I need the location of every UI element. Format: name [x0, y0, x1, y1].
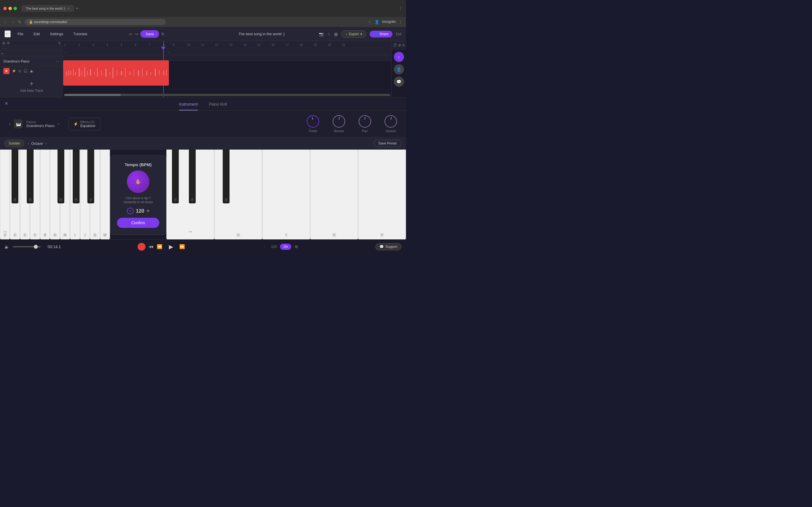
tempo-knob[interactable]: ✋ — [127, 170, 149, 193]
volume-knob-icon[interactable]: ◎ — [18, 69, 21, 73]
rewind-btn[interactable]: ⏪ — [157, 244, 162, 249]
tutorials-menu[interactable]: Tutorials — [71, 31, 89, 37]
record-arm-btn[interactable]: R — [3, 68, 10, 74]
black-key-fs3[interactable]: G — [57, 150, 64, 203]
loop2-icon[interactable]: ↻ — [402, 43, 405, 47]
skip-back-btn[interactable]: ⏮ — [149, 244, 153, 249]
reverb-knob[interactable] — [333, 115, 345, 128]
black-key-cs3[interactable]: S — [11, 150, 18, 203]
redo-btn[interactable]: ↪ — [135, 32, 138, 36]
key-g4[interactable]: P — [358, 150, 406, 239]
headphone2-icon[interactable]: 🎵 — [393, 43, 397, 47]
music-note-icon[interactable]: ♪ — [394, 52, 404, 62]
fullscreen-window-btn[interactable] — [13, 7, 17, 10]
bookmark-icon[interactable]: ☆ — [368, 20, 371, 24]
volume-slider[interactable] — [13, 246, 41, 247]
key-f4-low[interactable]: W — [100, 150, 110, 239]
grid-view-icon[interactable]: ⊞ — [2, 41, 5, 45]
black-key-as4[interactable]: 0 — [223, 150, 230, 203]
black-key-gs3[interactable]: H — [73, 150, 80, 203]
profile-icon[interactable]: 👤 — [374, 20, 379, 24]
bk-shortcut-s: S — [13, 198, 16, 202]
settings-menu[interactable]: Settings — [48, 31, 65, 37]
tempo-decrease-btn[interactable]: − — [127, 208, 134, 214]
key-e4[interactable]: I — [262, 150, 310, 239]
settings2-icon[interactable]: ⚙ — [398, 43, 401, 47]
collaborator-icon[interactable]: 👤 — [394, 64, 404, 74]
key-c3[interactable]: C3 Z — [0, 150, 10, 239]
exit-btn[interactable]: Exit — [396, 32, 402, 36]
ruler-mark-1: 1 — [64, 43, 66, 47]
share-btn[interactable]: 👤 Share — [370, 31, 393, 38]
more-options-icon[interactable]: ⋮ — [399, 20, 403, 24]
chat-icon[interactable]: 💬 — [394, 76, 404, 87]
fast-forward-btn[interactable]: ⏩ — [179, 244, 185, 249]
timeline-scrollbar[interactable] — [63, 94, 391, 96]
back-btn[interactable]: ← — [3, 20, 7, 24]
scrollbar-thumb[interactable] — [64, 94, 121, 96]
key-g3[interactable]: B — [40, 150, 50, 239]
settings-icon[interactable]: ⚙ — [7, 41, 10, 45]
black-key-ds3[interactable]: D — [27, 150, 34, 203]
tempo-increase-btn[interactable]: + — [147, 208, 150, 214]
close-panel-btn[interactable]: ✕ — [4, 101, 8, 106]
add-track-btn[interactable]: + Add New Track — [0, 75, 63, 97]
transport-settings-btn[interactable]: ⚙ — [295, 244, 298, 249]
prev-instrument-btn[interactable]: ‹ — [9, 121, 10, 126]
octave-prev-btn[interactable]: ‹ — [28, 141, 29, 146]
volume-knob[interactable] — [385, 115, 397, 128]
save-preset-btn[interactable]: Save Preset — [373, 140, 402, 147]
save-btn[interactable]: Save — [140, 30, 159, 38]
support-btn[interactable]: 💬 Support — [375, 243, 402, 250]
svg-rect-11 — [97, 68, 98, 76]
pan-knob[interactable] — [359, 115, 371, 128]
treble-knob[interactable] — [307, 115, 319, 128]
new-tab-btn[interactable]: + — [76, 6, 79, 11]
refresh-icon[interactable]: ↻ — [58, 41, 61, 45]
octave-next-btn[interactable]: › — [45, 141, 47, 146]
track-options-btn[interactable]: ··· — [56, 59, 60, 64]
close-window-btn[interactable] — [3, 7, 7, 10]
track-clip[interactable] — [63, 60, 169, 86]
edit-menu[interactable]: Edit — [31, 31, 42, 37]
confirm-btn[interactable]: Confirm — [117, 218, 159, 228]
headphone-icon[interactable]: 🎧 — [23, 69, 28, 73]
sync-btn[interactable]: ↻ — [161, 32, 165, 36]
shortcut-o: O — [332, 233, 336, 237]
play-btn[interactable]: ▶ — [166, 242, 176, 252]
forward-btn[interactable]: → — [11, 20, 15, 24]
export-btn[interactable]: ↓ Export ▾ — [341, 31, 366, 38]
active-tab[interactable]: The best song in the world :) ✕ — [21, 5, 74, 12]
tab-piano-roll[interactable]: Piano Roll — [209, 102, 227, 110]
transport-bar: 🔈 00:14.1 ⏮ ⏪ ▶ ⏩ - 120 On ⚙ 💬 Support — [0, 239, 406, 253]
black-key-cs4[interactable]: 7 — [172, 150, 179, 203]
file-menu[interactable]: File — [15, 31, 26, 37]
effects-info: Effects (1) Equalizer — [80, 120, 96, 128]
sustain-btn[interactable]: Sustain — [4, 140, 24, 147]
note-c4: C4 — [189, 230, 192, 233]
back-to-projects-btn[interactable]: ← — [4, 31, 11, 38]
volume-thumb[interactable] — [34, 245, 38, 249]
mute-icon[interactable]: 🔈 — [30, 69, 34, 73]
undo-btn[interactable]: ↩ — [129, 32, 133, 36]
record-btn[interactable] — [138, 243, 146, 251]
tab-close-btn[interactable]: ✕ — [67, 7, 70, 10]
key-d4[interactable]: U — [214, 150, 262, 239]
browser-expand-icon[interactable]: ⋮ — [399, 6, 403, 11]
black-key-as3[interactable]: J — [87, 150, 94, 203]
metronome-on-btn[interactable]: On — [280, 244, 291, 250]
side-top-icons: 🎵 ⚙ ↻ — [392, 41, 406, 50]
loop-indicator: ↻ — [0, 51, 63, 56]
key-f4[interactable]: O — [310, 150, 358, 239]
chat-support-icon: 💬 — [379, 245, 384, 249]
shortcut-dot2: . — [84, 233, 86, 237]
midi-icon[interactable]: ⚡ — [12, 69, 16, 73]
address-bar[interactable]: 🔒 soundtrap.com/studio/ — [25, 19, 166, 25]
minimize-window-btn[interactable] — [8, 7, 12, 10]
svg-rect-21 — [138, 70, 139, 76]
black-key-ds4[interactable]: 8 — [189, 150, 196, 203]
tab-instrument[interactable]: Instrument — [179, 102, 198, 110]
next-instrument-btn[interactable]: › — [58, 121, 59, 126]
reload-btn[interactable]: ↻ — [18, 20, 21, 24]
effects-section[interactable]: ⚡ Effects (1) Equalizer — [68, 118, 100, 130]
